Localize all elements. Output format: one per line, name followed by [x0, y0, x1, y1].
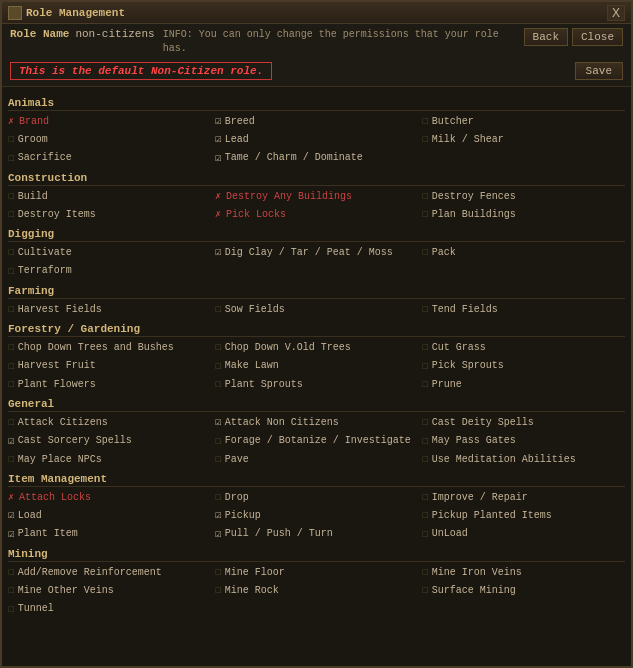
permissions-row: ☐Terraform — [8, 263, 625, 279]
permission-item[interactable]: ✗Destroy Any Buildings — [215, 188, 418, 204]
permission-item[interactable]: ☐Make Lawn — [215, 358, 418, 374]
permission-item[interactable]: ☐Cultivate — [8, 244, 211, 260]
permission-item[interactable] — [422, 150, 625, 166]
permission-item[interactable]: ☐Attack Citizens — [8, 414, 211, 430]
save-button[interactable]: Save — [575, 62, 623, 80]
permission-item[interactable]: ☑Breed — [215, 113, 418, 129]
permission-item[interactable]: ☐Sacrifice — [8, 150, 211, 166]
permission-item[interactable]: ☐May Pass Gates — [422, 433, 625, 449]
permission-item[interactable]: ☑Tame / Charm / Dominate — [215, 150, 418, 166]
permission-item[interactable]: ✗Pick Locks — [215, 206, 418, 222]
permission-item[interactable]: ☐Harvest Fruit — [8, 358, 211, 374]
permission-item[interactable] — [422, 263, 625, 279]
checkbox-unchecked: ☐ — [422, 189, 429, 203]
permission-item[interactable]: ☐Chop Down Trees and Bushes — [8, 339, 211, 355]
perm-label: Pickup — [225, 509, 261, 522]
permission-item[interactable]: ☑Plant Item — [8, 526, 211, 542]
perm-label: Mine Iron Veins — [432, 566, 522, 579]
checkbox-unchecked: ☐ — [422, 508, 429, 522]
permission-item[interactable]: ☑Lead — [215, 131, 418, 147]
window-title: Role Management — [26, 7, 125, 19]
checkbox-unchecked: ☐ — [422, 583, 429, 597]
permission-item[interactable]: ☐Mine Rock — [215, 582, 418, 598]
content-area[interactable]: Animals✗Brand☑Breed☐Butcher☐Groom☑Lead☐M… — [2, 87, 631, 666]
checkbox-checked: ☑ — [215, 527, 222, 541]
permission-item[interactable]: ☐Surface Mining — [422, 582, 625, 598]
permission-item[interactable]: ☐Pave — [215, 451, 418, 467]
permission-item[interactable]: ☐Destroy Items — [8, 206, 211, 222]
permission-item[interactable]: ☐Pickup Planted Items — [422, 507, 625, 523]
permission-item[interactable]: ☐Harvest Fields — [8, 301, 211, 317]
checkbox-unchecked: ☐ — [422, 132, 429, 146]
permission-item[interactable]: ✗Brand — [8, 113, 211, 129]
permission-item[interactable]: ☑Cast Sorcery Spells — [8, 433, 211, 449]
checkbox-unchecked: ☐ — [8, 189, 15, 203]
permission-item[interactable]: ☐Groom — [8, 131, 211, 147]
permission-item[interactable]: ☐Tunnel — [8, 601, 211, 617]
permission-item[interactable]: ☐Mine Other Veins — [8, 582, 211, 598]
permission-item[interactable]: ☐Plan Buildings — [422, 206, 625, 222]
back-button[interactable]: Back — [524, 28, 568, 46]
permission-item[interactable]: ☐UnLoad — [422, 526, 625, 542]
x-icon: ✗ — [215, 208, 221, 221]
permission-item[interactable]: ☐Drop — [215, 489, 418, 505]
permission-item[interactable]: ☐May Place NPCs — [8, 451, 211, 467]
permission-item[interactable]: ☐Mine Iron Veins — [422, 564, 625, 580]
checkbox-unchecked: ☐ — [8, 207, 15, 221]
checkbox-unchecked: ☐ — [215, 359, 222, 373]
permissions-row: ☐May Place NPCs☐Pave☐Use Meditation Abil… — [8, 451, 625, 467]
permission-item[interactable]: ☐Sow Fields — [215, 301, 418, 317]
checkbox-unchecked: ☐ — [422, 434, 429, 448]
permission-item[interactable]: ☐Improve / Repair — [422, 489, 625, 505]
permission-item[interactable]: ☑Attack Non Citizens — [215, 414, 418, 430]
category-header: Item Management — [8, 473, 625, 487]
permission-item[interactable]: ☐Build — [8, 188, 211, 204]
perm-label: Sow Fields — [225, 303, 285, 316]
permission-item[interactable]: ☐Mine Floor — [215, 564, 418, 580]
permission-item[interactable]: ☐Milk / Shear — [422, 131, 625, 147]
permission-item[interactable]: ☐Plant Sprouts — [215, 376, 418, 392]
perm-label: Breed — [225, 115, 255, 128]
checkbox-unchecked: ☐ — [8, 245, 15, 259]
permission-item[interactable]: ☐Use Meditation Abilities — [422, 451, 625, 467]
close-button[interactable]: Close — [572, 28, 623, 46]
checkbox-checked: ☑ — [215, 415, 222, 429]
permission-item[interactable]: ☐Pack — [422, 244, 625, 260]
checkbox-checked: ☑ — [8, 508, 15, 522]
category-header: General — [8, 398, 625, 412]
permission-item[interactable] — [215, 263, 418, 279]
permission-item[interactable] — [422, 601, 625, 617]
permission-item[interactable]: ☐Chop Down V.Old Trees — [215, 339, 418, 355]
permission-item[interactable]: ☑Pickup — [215, 507, 418, 523]
permission-item[interactable]: ☑Dig Clay / Tar / Peat / Moss — [215, 244, 418, 260]
perm-label: Plant Flowers — [18, 378, 96, 391]
permission-item[interactable]: ☐Butcher — [422, 113, 625, 129]
permission-item[interactable]: ☑Pull / Push / Turn — [215, 526, 418, 542]
role-name-value: non-citizens — [75, 28, 154, 40]
permission-item[interactable]: ☐Tend Fields — [422, 301, 625, 317]
permission-item[interactable]: ☐Terraform — [8, 263, 211, 279]
permission-item[interactable]: ☐Destroy Fences — [422, 188, 625, 204]
x-icon: ✗ — [215, 190, 221, 203]
permission-item[interactable] — [215, 601, 418, 617]
permission-item[interactable]: ☐Pick Sprouts — [422, 358, 625, 374]
perm-label: Tame / Charm / Dominate — [225, 151, 363, 164]
checkbox-unchecked: ☐ — [215, 377, 222, 391]
window-close-button[interactable]: X — [607, 5, 625, 21]
perm-label: Pave — [225, 453, 249, 466]
permission-item[interactable]: ☐Plant Flowers — [8, 376, 211, 392]
checkbox-unchecked: ☐ — [215, 583, 222, 597]
permission-item[interactable]: ☑Load — [8, 507, 211, 523]
permissions-row: ✗Brand☑Breed☐Butcher — [8, 113, 625, 129]
perm-label: Cast Deity Spells — [432, 416, 534, 429]
permissions-row: ☐Groom☑Lead☐Milk / Shear — [8, 131, 625, 147]
permission-item[interactable]: ✗Attach Locks — [8, 489, 211, 505]
permission-item[interactable]: ☐Add/Remove Reinforcement — [8, 564, 211, 580]
header-row1: Role Name non-citizens INFO: You can onl… — [10, 28, 623, 56]
permission-item[interactable]: ☐Cast Deity Spells — [422, 414, 625, 430]
permission-item[interactable]: ☐Cut Grass — [422, 339, 625, 355]
permission-item[interactable]: ☐Prune — [422, 376, 625, 392]
perm-label: Prune — [432, 378, 462, 391]
permission-item[interactable]: ☐Forage / Botanize / Investigate — [215, 433, 418, 449]
category-header: Construction — [8, 172, 625, 186]
